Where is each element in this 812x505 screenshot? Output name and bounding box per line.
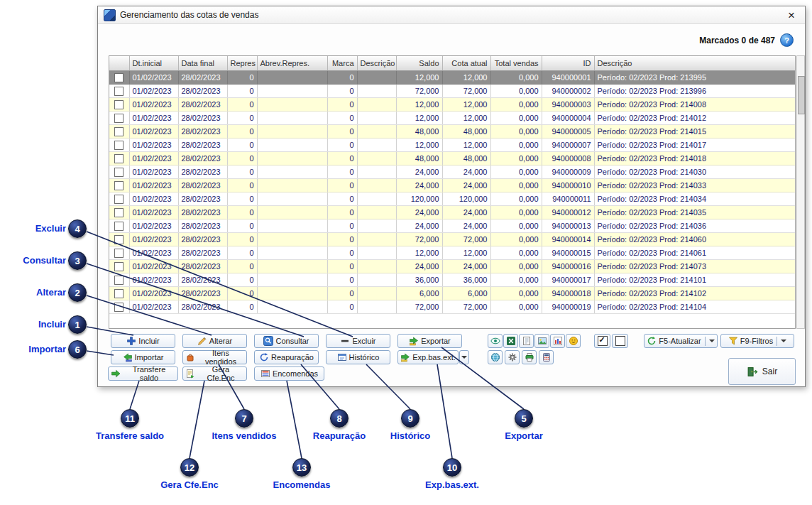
cell-marca: 0 [327, 111, 357, 124]
eye-toolbar-button[interactable] [488, 334, 503, 348]
annotation-circle-12: 12 [180, 458, 199, 477]
row-checkbox[interactable] [114, 168, 124, 177]
historico-button[interactable]: Histórico [326, 350, 390, 364]
row-checkbox[interactable] [114, 276, 124, 285]
table-row[interactable]: 01/02/202328/02/202300120,000120,0000,00… [109, 192, 796, 205]
cell-data-final: 28/02/2023 [178, 286, 227, 300]
smiley-icon [569, 336, 578, 346]
row-checkbox[interactable] [114, 262, 124, 271]
table-row[interactable]: 01/02/202328/02/20230012,00012,0000,0009… [109, 70, 796, 84]
exp-bas-ext-button[interactable]: Exp.bas.ext. [397, 350, 459, 364]
table-row[interactable]: 01/02/202328/02/20230048,00048,0000,0009… [109, 124, 796, 138]
row-checkbox[interactable] [114, 73, 124, 82]
table-row[interactable]: 01/02/202328/02/20230036,00036,0000,0009… [109, 273, 796, 286]
check-all-button[interactable] [594, 334, 610, 348]
row-checkbox[interactable] [114, 87, 124, 96]
vertical-scrollbar[interactable] [796, 55, 805, 329]
window-title: Gerenciamento das cotas de vendas [120, 10, 258, 20]
column-header-id[interactable]: ID [542, 56, 594, 70]
f5-atualizar-button[interactable]: F5-Atualizar [644, 334, 718, 348]
exp-bas-ext-dropdown-button[interactable] [459, 350, 469, 364]
column-header-check[interactable] [109, 56, 129, 70]
smiley-toolbar-button[interactable] [566, 334, 581, 348]
cell-descricao2: Período: 02/2023 Prod: 214008 [594, 97, 796, 111]
row-checkbox[interactable] [114, 114, 124, 123]
row-checkbox[interactable] [114, 289, 124, 298]
row-checkbox[interactable] [114, 208, 124, 217]
column-header-dt-inicial[interactable]: Dt.inicial [129, 56, 178, 70]
cell-descricao [357, 84, 396, 97]
sair-button[interactable]: Sair [728, 358, 796, 385]
table-row[interactable]: 01/02/202328/02/20230024,00024,0000,0009… [109, 178, 796, 192]
cell-dt-inicial: 01/02/2023 [129, 286, 178, 300]
dropdown-caret-icon [781, 340, 786, 342]
row-checkbox[interactable] [114, 127, 124, 136]
excluir-button[interactable]: Excluir [326, 334, 390, 348]
column-header-marca[interactable]: Marca [327, 56, 357, 70]
encomendas-button[interactable]: Encomendas [254, 366, 324, 381]
reapuracao-button[interactable]: Reapuração [254, 350, 319, 364]
row-checkbox[interactable] [114, 100, 124, 109]
f9-filtros-button[interactable]: F9-Filtros [720, 334, 794, 348]
document-toolbar-button[interactable] [519, 334, 534, 348]
scrollbar-thumb[interactable] [798, 76, 805, 114]
alterar-button[interactable]: Alterar [182, 334, 247, 348]
gera-cfe-enc-button[interactable]: Gera Cfe.Enc [182, 366, 247, 381]
row-checkbox[interactable] [114, 222, 124, 231]
table-row[interactable]: 01/02/202328/02/20230012,00012,0000,0009… [109, 246, 796, 259]
gear-toolbar-button[interactable] [505, 350, 520, 364]
help-icon[interactable]: ? [780, 33, 794, 47]
itens-vendidos-button[interactable]: Itens vendidos [182, 350, 247, 364]
printer-toolbar-button[interactable] [522, 350, 537, 364]
transfere-saldo-button[interactable]: Transfere saldo [108, 366, 178, 381]
row-checkbox[interactable] [114, 195, 124, 204]
cell-repres: 0 [227, 124, 257, 138]
cell-data-final: 28/02/2023 [178, 97, 227, 111]
table-row[interactable]: 01/02/202328/02/2023006,0006,0000,000940… [109, 286, 796, 300]
table-row[interactable]: 01/02/202328/02/20230024,00024,0000,0009… [109, 259, 796, 273]
cell-descricao2: Período: 02/2023 Prod: 214033 [594, 178, 796, 192]
incluir-button[interactable]: Incluir [111, 334, 175, 348]
row-checkbox[interactable] [114, 154, 124, 163]
column-header-cota-atual[interactable]: Cota atual [442, 56, 490, 70]
column-header-total-vendas[interactable]: Total vendas [490, 56, 542, 70]
row-checkbox[interactable] [114, 181, 124, 190]
consultar-button[interactable]: Consultar [254, 334, 319, 348]
exportar-button[interactable]: Exportar [397, 334, 462, 348]
chart-toolbar-button[interactable] [550, 334, 565, 348]
column-header-abrev-repres[interactable]: Abrev.Repres. [257, 56, 327, 70]
cell-id: 940000012 [542, 205, 594, 219]
table-row[interactable]: 01/02/202328/02/20230024,00024,0000,0009… [109, 165, 796, 178]
table-row[interactable]: 01/02/202328/02/20230024,00024,0000,0009… [109, 205, 796, 219]
cell-saldo: 24,000 [396, 259, 442, 273]
sair-label: Sair [762, 366, 777, 376]
excel-toolbar-button[interactable] [503, 334, 518, 348]
uncheck-all-button[interactable] [612, 334, 628, 348]
cell-cota-atual: 12,000 [442, 97, 490, 111]
column-header-descricao2[interactable]: Descrição [594, 56, 796, 70]
table-row[interactable]: 01/02/202328/02/20230048,00048,0000,0009… [109, 151, 796, 165]
importar-button[interactable]: Importar [111, 350, 175, 364]
row-checkbox[interactable] [114, 303, 124, 312]
table-row[interactable]: 01/02/202328/02/20230012,00012,0000,0009… [109, 111, 796, 124]
table-row[interactable]: 01/02/202328/02/20230072,00072,0000,0009… [109, 300, 796, 313]
app-icon [104, 9, 116, 21]
column-header-data-final[interactable]: Data final [178, 56, 227, 70]
table-row[interactable]: 01/02/202328/02/20230012,00012,0000,0009… [109, 97, 796, 111]
table-row[interactable]: 01/02/202328/02/20230072,00072,0000,0009… [109, 232, 796, 246]
f5-atualizar-label: F5-Atualizar [659, 337, 701, 345]
image-toolbar-button[interactable] [534, 334, 549, 348]
table-row[interactable]: 01/02/202328/02/20230072,00072,0000,0009… [109, 84, 796, 97]
annotation-label-13: Encomendas [248, 479, 355, 491]
row-checkbox[interactable] [114, 235, 124, 244]
calculator-toolbar-button[interactable] [539, 350, 554, 364]
globe-toolbar-button[interactable] [488, 350, 503, 364]
close-button[interactable]: × [784, 9, 799, 21]
column-header-repres[interactable]: Repres [227, 56, 257, 70]
row-checkbox[interactable] [114, 249, 124, 258]
row-checkbox[interactable] [114, 141, 124, 150]
column-header-descricao[interactable]: Descrição [357, 56, 396, 70]
table-row[interactable]: 01/02/202328/02/20230024,00024,0000,0009… [109, 219, 796, 232]
column-header-saldo[interactable]: Saldo [396, 56, 442, 70]
table-row[interactable]: 01/02/202328/02/20230012,00012,0000,0009… [109, 138, 796, 151]
